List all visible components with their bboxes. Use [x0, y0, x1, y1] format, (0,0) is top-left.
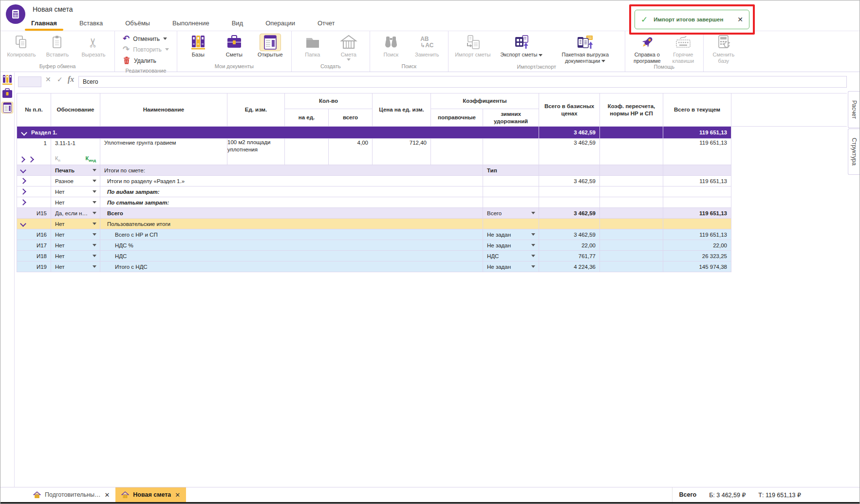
summary-total-current-cell[interactable]: 119 651,13 — [663, 176, 731, 187]
print-mode-dropdown[interactable]: Разное — [51, 176, 100, 186]
summary-num-cell[interactable]: И16 — [17, 229, 51, 240]
type-dropdown[interactable]: Всего — [483, 208, 539, 218]
cut-button[interactable]: ✂ Вырезать — [75, 33, 112, 58]
summary-conv-cell[interactable] — [600, 240, 663, 251]
summary-name-cell[interactable]: Итого с НДС — [100, 261, 483, 272]
item-num-cell[interactable]: 1 — [17, 139, 51, 165]
summary-name-cell[interactable]: НДС % — [100, 240, 483, 251]
summary-type-cell[interactable] — [483, 197, 539, 208]
ribbon-tab[interactable]: Операции — [259, 15, 301, 31]
summary-total-current-cell[interactable] — [663, 197, 731, 208]
ribbon-tab[interactable]: Вставка — [73, 15, 109, 31]
summary-name-cell[interactable]: Пользовательские итоги — [100, 219, 483, 229]
summary-conv-cell[interactable] — [600, 219, 663, 229]
section-total-current-cell[interactable]: 119 651,13 — [663, 127, 731, 139]
summary-conv-cell[interactable] — [600, 251, 663, 261]
summary-type-cell[interactable]: НДС — [483, 251, 539, 261]
summary-total-base-cell[interactable] — [539, 219, 600, 229]
item-total-current-cell[interactable]: 119 651,13 — [663, 139, 731, 165]
fx-icon[interactable]: fx — [68, 75, 74, 84]
estimates-button[interactable]: Сметы — [216, 33, 252, 58]
section-title-cell[interactable]: Раздел 1. — [17, 127, 539, 139]
summary-total-current-cell[interactable] — [663, 219, 731, 229]
search-button[interactable]: Поиск — [373, 33, 409, 58]
summary-name-cell[interactable]: Всего с НР и СП — [100, 229, 483, 240]
type-dropdown[interactable]: Не задан — [483, 229, 539, 240]
chevron-down-icon[interactable] — [21, 130, 27, 136]
export-estimate-button[interactable]: Экспорт сметы — [494, 33, 549, 58]
summary-name-cell[interactable]: Итоги по смете: — [100, 165, 483, 176]
tab-close-icon[interactable]: ✕ — [175, 491, 180, 499]
summary-total-base-cell[interactable]: 3 462,59 — [539, 176, 600, 187]
open-documents-button[interactable]: Открытые — [252, 33, 288, 58]
side-tab-calculation[interactable]: Расчет — [848, 91, 860, 128]
redo-button[interactable]: ↷ Повторить — [123, 45, 169, 54]
section-conv-cell[interactable] — [600, 127, 663, 139]
summary-name-cell[interactable]: НДС — [100, 251, 483, 261]
item-coef-winter-cell[interactable] — [483, 139, 539, 165]
summary-total-current-cell[interactable]: 119 651,13 — [663, 229, 731, 240]
item-unit-cell[interactable]: 100 м2 площади уплотнения — [227, 139, 285, 165]
hotkeys-button[interactable]: Горячие клавиши — [666, 33, 700, 64]
summary-total-base-cell[interactable]: 761,77 — [539, 251, 600, 261]
summary-total-current-cell[interactable]: 22,00 — [663, 240, 731, 251]
chevron-right-icon[interactable] — [19, 156, 25, 163]
item-justification-cell[interactable]: 3.11-1-1КпКинд — [51, 139, 100, 165]
summary-conv-cell[interactable] — [600, 176, 663, 187]
chevron-right-icon[interactable] — [20, 178, 26, 184]
summary-total-base-cell[interactable]: 3 462,59 — [539, 208, 600, 219]
summary-conv-cell[interactable] — [600, 197, 663, 208]
summary-num-cell[interactable] — [17, 219, 51, 229]
chevron-right-icon[interactable] — [28, 156, 34, 163]
summary-type-cell[interactable]: Не задан — [483, 261, 539, 272]
summary-num-cell[interactable] — [17, 197, 51, 208]
side-tab-structure[interactable]: Структура — [848, 129, 860, 175]
summary-total-base-cell[interactable]: 22,00 — [539, 240, 600, 251]
section-total-base-cell[interactable]: 3 462,59 — [539, 127, 600, 139]
print-mode-dropdown[interactable]: Да, если н… — [51, 208, 100, 218]
summary-total-base-cell[interactable]: 4 224,36 — [539, 261, 600, 272]
ribbon-tab[interactable]: Вид — [225, 15, 250, 31]
type-dropdown[interactable]: НДС — [483, 251, 539, 261]
item-name-cell[interactable]: Уплотнение грунта гравием — [100, 139, 227, 165]
summary-num-cell[interactable] — [17, 176, 51, 187]
print-mode-dropdown[interactable]: Нет — [51, 219, 100, 229]
summary-num-cell[interactable]: И18 — [17, 251, 51, 261]
type-dropdown[interactable]: Не задан — [483, 240, 539, 250]
tab-close-icon[interactable]: ✕ — [104, 491, 110, 499]
paste-button[interactable]: Вставить — [39, 33, 75, 58]
ribbon-tab[interactable]: Главная — [25, 15, 63, 31]
summary-conv-cell[interactable] — [600, 165, 663, 176]
toast-close-icon[interactable]: ✕ — [737, 16, 743, 23]
chevron-down-icon[interactable] — [20, 167, 26, 173]
print-mode-dropdown[interactable]: Нет — [51, 197, 100, 207]
batch-export-button[interactable]: Пакетная выгрузка документации — [549, 33, 622, 64]
chevron-right-icon[interactable] — [20, 199, 26, 205]
summary-type-cell[interactable] — [483, 187, 539, 197]
print-mode-dropdown[interactable]: Нет — [51, 240, 100, 250]
new-estimate-button[interactable]: Смета — [331, 33, 367, 61]
summary-conv-cell[interactable] — [600, 208, 663, 219]
batch-export-caret[interactable] — [601, 60, 605, 62]
document-tab[interactable]: Подготовительны…✕ — [27, 487, 115, 502]
item-qty-total-cell[interactable]: 4,00 — [329, 139, 373, 165]
new-folder-button[interactable]: Папка — [295, 33, 331, 58]
summary-total-current-cell[interactable]: 145 974,38 — [663, 261, 731, 272]
summary-name-cell[interactable]: По видам затрат: — [100, 187, 483, 197]
summary-type-cell[interactable] — [483, 176, 539, 187]
summary-num-cell[interactable]: И17 — [17, 240, 51, 251]
redo-dropdown-caret[interactable] — [165, 48, 169, 51]
summary-num-cell[interactable]: И19 — [17, 261, 51, 272]
summary-total-base-cell[interactable] — [539, 187, 600, 197]
document-tab[interactable]: Новая смета✕ — [115, 487, 186, 502]
summary-total-current-cell[interactable]: 119 651,13 — [663, 208, 731, 219]
chevron-down-icon[interactable] — [20, 221, 26, 227]
summary-conv-cell[interactable] — [600, 187, 663, 197]
undo-dropdown-caret[interactable] — [163, 37, 167, 40]
strip-estimates-icon[interactable] — [1, 88, 13, 99]
summary-num-cell[interactable] — [17, 187, 51, 197]
summary-conv-cell[interactable] — [600, 261, 663, 272]
summary-total-current-cell[interactable] — [663, 187, 731, 197]
summary-name-cell[interactable]: Всего — [100, 208, 483, 219]
import-estimate-button[interactable]: Импорт сметы — [451, 33, 494, 58]
